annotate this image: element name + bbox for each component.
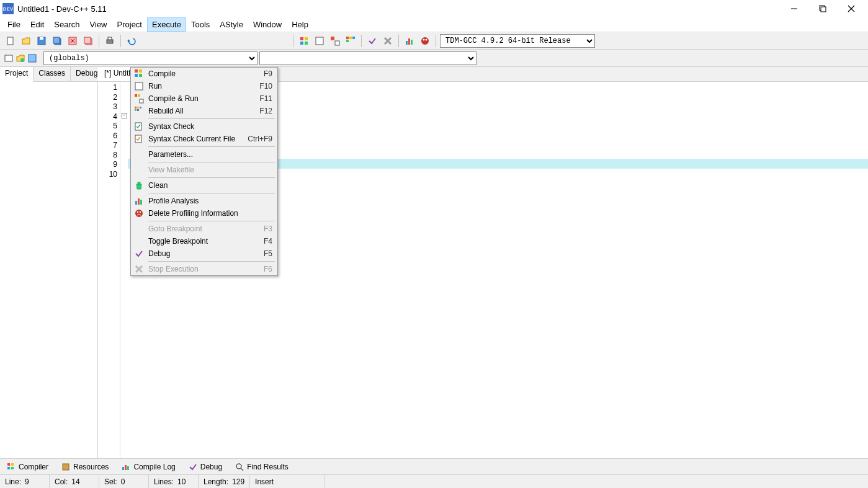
side-tab-project[interactable]: Project: [0, 67, 34, 82]
save-button[interactable]: [35, 34, 48, 48]
svg-rect-45: [138, 94, 140, 97]
menu-item-debug[interactable]: DebugF5: [131, 247, 277, 260]
menu-item-compile[interactable]: CompileF9: [131, 68, 277, 80]
compiler-select[interactable]: TDM-GCC 4.9.2 64-bit Release: [440, 34, 595, 48]
bottom-tab-compiler[interactable]: Compiler: [2, 461, 52, 473]
profile-icon: [133, 196, 145, 206]
run-button[interactable]: [313, 34, 326, 48]
new-file-button[interactable]: [4, 34, 17, 48]
menu-astyle[interactable]: AStyle: [215, 17, 248, 32]
menu-search[interactable]: Search: [49, 17, 84, 32]
status-spacer: [324, 475, 868, 488]
svg-rect-16: [108, 37, 112, 40]
menu-item-syntax-check[interactable]: Syntax Check: [131, 120, 277, 133]
blank-icon: [133, 149, 145, 159]
svg-rect-32: [411, 40, 413, 45]
svg-rect-46: [140, 99, 143, 103]
clean-icon: [133, 180, 145, 190]
member-select[interactable]: [259, 51, 477, 65]
close-all-button[interactable]: [81, 34, 95, 48]
menu-separator: [148, 221, 275, 221]
menu-item-toggle-breakpoint[interactable]: Toggle BreakpointF4: [131, 235, 277, 247]
profile-button[interactable]: [403, 34, 416, 48]
minimize-button[interactable]: [780, 0, 808, 17]
menu-item-profile-analysis[interactable]: Profile Analysis: [131, 195, 277, 207]
rebuild-button[interactable]: [344, 34, 357, 48]
svg-rect-69: [125, 465, 127, 470]
svg-point-59: [137, 211, 138, 213]
menu-project[interactable]: Project: [112, 17, 147, 32]
open-file-button[interactable]: [19, 34, 33, 48]
toolbar-main: TDM-GCC 4.9.2 64-bit Release: [0, 32, 868, 50]
side-tab-classes[interactable]: Classes: [34, 67, 71, 81]
toolbar-separator: [293, 35, 293, 47]
menu-item-rebuild-all[interactable]: Rebuild AllF12: [131, 105, 277, 117]
menu-item-run[interactable]: RunF10: [131, 80, 277, 92]
svg-rect-5: [7, 37, 13, 45]
status-col: Col:14: [50, 475, 99, 488]
svg-rect-21: [316, 37, 323, 45]
close-button[interactable]: [837, 0, 866, 17]
menu-item-label: Rebuild All: [148, 107, 252, 115]
compile-run-button[interactable]: [328, 34, 342, 48]
menu-file[interactable]: File: [2, 17, 25, 32]
toolbar-navigation: (globals): [0, 50, 868, 67]
stop-button[interactable]: [381, 34, 395, 48]
menu-item-label: Goto Breakpoint: [148, 224, 256, 233]
debug-button[interactable]: [365, 34, 379, 48]
close-file-button[interactable]: [66, 34, 79, 48]
menu-tools[interactable]: Tools: [186, 17, 215, 32]
syntax-icon: [133, 122, 145, 131]
svg-rect-17: [300, 37, 303, 40]
svg-point-33: [421, 37, 429, 45]
toolbar-separator: [436, 35, 436, 47]
window-controls: [780, 0, 866, 17]
bottom-tab-resources[interactable]: Resources: [57, 461, 112, 473]
svg-rect-66: [11, 467, 14, 469]
toolbar-separator: [361, 35, 362, 47]
delete-profile-button[interactable]: [418, 34, 432, 48]
status-mode: Insert: [250, 475, 324, 488]
menu-item-delete-profiling-information[interactable]: Delete Profiling Information: [131, 207, 277, 220]
new-project-button[interactable]: [4, 53, 14, 63]
status-line: Line:9: [0, 475, 50, 488]
menu-item-label: Syntax Check: [148, 122, 265, 131]
editor-gutter: 12345678910: [98, 82, 120, 458]
main-area: ProjectClassesDebug [*] Untitled1 123456…: [0, 67, 868, 458]
menu-item-label: Toggle Breakpoint: [148, 237, 256, 246]
menu-execute[interactable]: Execute: [147, 17, 186, 32]
menu-item-syntax-check-current-file[interactable]: Syntax Check Current FileCtrl+F9: [131, 133, 277, 145]
menu-item-parameters-[interactable]: Parameters...: [131, 148, 277, 161]
add-file-button[interactable]: [16, 53, 25, 63]
svg-point-60: [140, 211, 141, 213]
print-button[interactable]: [103, 34, 117, 48]
bottom-tab-find-results[interactable]: Find Results: [231, 461, 292, 473]
project-options-button[interactable]: [27, 53, 37, 63]
menu-item-label: Run: [148, 82, 252, 91]
maximize-button[interactable]: [808, 0, 837, 17]
compile-button[interactable]: [297, 34, 311, 48]
undo-button[interactable]: [125, 34, 138, 48]
svg-rect-38: [29, 55, 36, 62]
bottom-tab-debug[interactable]: Debug: [184, 461, 226, 473]
scope-select[interactable]: (globals): [43, 51, 257, 65]
save-all-button[interactable]: [50, 34, 64, 48]
menu-help[interactable]: Help: [287, 17, 313, 32]
menu-view[interactable]: View: [85, 17, 112, 32]
menu-window[interactable]: Window: [248, 17, 287, 32]
menu-item-compile-run[interactable]: Compile & RunF11: [131, 92, 277, 105]
blank-icon: [133, 224, 145, 234]
bottom-tab-compile-log[interactable]: Compile Log: [117, 461, 179, 473]
window-title: Untitled1 - Dev-C++ 5.11: [17, 4, 780, 14]
compiler-icon: [6, 462, 16, 472]
svg-rect-50: [135, 109, 136, 111]
menu-item-clean[interactable]: Clean: [131, 179, 277, 192]
svg-point-37: [20, 58, 24, 62]
fold-toggle[interactable]: −: [122, 113, 127, 118]
menu-edit[interactable]: Edit: [25, 17, 49, 32]
svg-rect-70: [127, 466, 129, 470]
svg-rect-15: [107, 40, 113, 43]
menu-item-label: Compile: [148, 69, 256, 78]
menu-item-label: Profile Analysis: [148, 197, 265, 205]
menu-item-label: Compile & Run: [148, 94, 252, 103]
